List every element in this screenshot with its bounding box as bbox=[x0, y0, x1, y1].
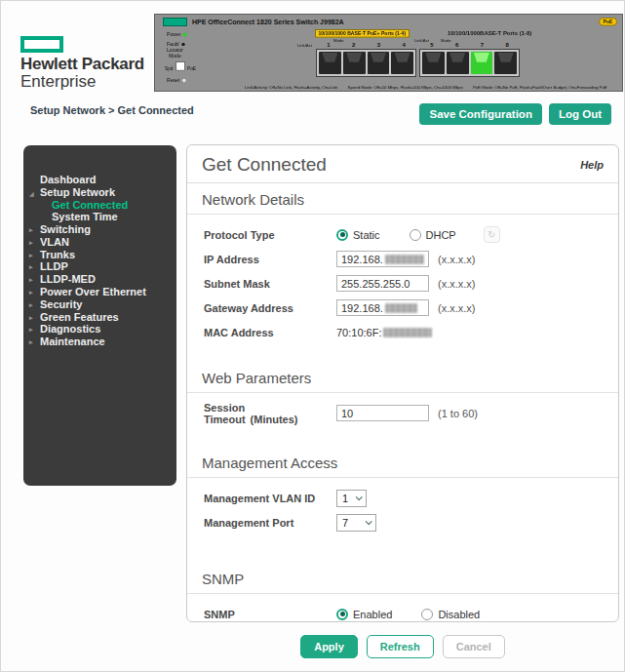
radio-unselected-icon[interactable] bbox=[421, 609, 433, 620]
section-heading: Web Parameters bbox=[187, 362, 618, 393]
dhcp-renew-button[interactable]: ↻ bbox=[484, 226, 500, 243]
section-network-details: Network Details Protocol Type Static DHC… bbox=[187, 183, 618, 340]
radio-static[interactable]: Static bbox=[336, 229, 380, 241]
reset-led-icon bbox=[182, 79, 185, 82]
sidebar-item-diagnostics[interactable]: ▸Diagnostics bbox=[23, 323, 176, 336]
management-vlan-label: Management VLAN ID bbox=[204, 493, 336, 504]
cancel-button[interactable]: Cancel bbox=[443, 635, 505, 658]
radio-dhcp-label: DHCP bbox=[426, 229, 456, 241]
section-heading: SNMP bbox=[187, 563, 618, 594]
legend-poe-mode: PoE Mode: Off=No PoE, Flash=Fault/Over B… bbox=[473, 86, 607, 90]
port-number: 1 bbox=[316, 42, 341, 48]
help-link[interactable]: Help bbox=[580, 159, 604, 171]
nav-sidebar: Dashboard ◢Setup Network Get Connected S… bbox=[23, 145, 176, 486]
chevron-down-icon bbox=[356, 494, 363, 500]
port-number: 3 bbox=[367, 42, 392, 48]
section-web-parameters: Web Parameters Session Timeout(Minutes) … bbox=[187, 362, 618, 421]
mac-address-row: MAC Address 70:10:6F: bbox=[204, 324, 604, 340]
base-ports-label: 10/100/1000BASE-T Ports (1-8) bbox=[448, 30, 531, 36]
sidebar-item-label: Diagnostics bbox=[40, 323, 100, 335]
subnet-mask-input[interactable]: 255.255.255.0 bbox=[336, 275, 429, 292]
sidebar-item-power-over-ethernet[interactable]: ▸Power Over Ethernet bbox=[23, 286, 176, 298]
switch-model-title: HPE OfficeConnect 1820 Series Switch J99… bbox=[192, 19, 344, 25]
sidebar-item-switching[interactable]: ▸Switching bbox=[23, 223, 176, 236]
sidebar-item-label: Power Over Ethernet bbox=[40, 286, 146, 297]
radio-selected-icon[interactable] bbox=[336, 609, 348, 620]
spd-label: Spd bbox=[165, 66, 174, 71]
ip-format-hint: (x.x.x.x) bbox=[438, 254, 476, 265]
gateway-address-input[interactable]: 192.168. bbox=[336, 299, 429, 316]
sidebar-item-label: Green Features bbox=[40, 311, 119, 323]
session-timeout-row: Session Timeout(Minutes) 10 (1 to 60) bbox=[204, 405, 604, 421]
apply-button[interactable]: Apply bbox=[300, 635, 358, 658]
gateway-format-hint: (x.x.x.x) bbox=[438, 302, 476, 314]
session-timeout-text: Session Timeout bbox=[204, 402, 246, 425]
mode-button-row: Spd PoE bbox=[165, 61, 196, 71]
snmp-toggle-row: SNMP Enabled Disabled bbox=[204, 606, 604, 622]
collapsed-arrow-icon: ▸ bbox=[29, 312, 33, 325]
section-heading: Management Access bbox=[187, 447, 618, 478]
redacted-value bbox=[385, 303, 417, 313]
rj45-port-1 bbox=[319, 52, 341, 74]
hpe-logo: Hewlett Packard Enterprise bbox=[20, 36, 144, 90]
management-port-select[interactable]: 7 bbox=[336, 514, 376, 532]
logout-button[interactable]: Log Out bbox=[549, 103, 611, 125]
radio-dhcp[interactable]: DHCP bbox=[410, 229, 456, 241]
form-action-buttons: Apply Refresh Cancel bbox=[186, 635, 619, 658]
refresh-button[interactable]: Refresh bbox=[367, 635, 434, 658]
reset-row: Reset bbox=[167, 78, 185, 83]
sidebar-item-system-time[interactable]: System Time bbox=[23, 211, 176, 223]
rj45-port-5 bbox=[422, 52, 445, 74]
sidebar-item-dashboard[interactable]: Dashboard bbox=[23, 174, 176, 186]
radio-selected-icon[interactable] bbox=[336, 229, 348, 241]
sidebar-item-label: Trunks bbox=[40, 249, 75, 260]
sidebar-item-lldp[interactable]: ▸LLDP bbox=[23, 260, 176, 273]
management-vlan-value: 1 bbox=[342, 493, 348, 504]
gateway-address-label: Gateway Address bbox=[204, 302, 336, 314]
sidebar-item-trunks[interactable]: ▸Trunks bbox=[23, 249, 176, 261]
port-numbers-right: 5 6 7 8 bbox=[419, 42, 520, 48]
section-snmp: SNMP SNMP Enabled Disabled Community Nam… bbox=[187, 563, 618, 622]
power-led-row: Power bbox=[167, 32, 186, 37]
sidebar-item-label: Dashboard bbox=[40, 174, 96, 185]
mac-address-value: 70:10:6F: bbox=[336, 327, 432, 338]
get-connected-panel: Get Connected Help Network Details Proto… bbox=[186, 144, 619, 622]
app-window: Hewlett Packard Enterprise HPE OfficeCon… bbox=[0, 0, 625, 672]
management-port-value: 7 bbox=[342, 517, 348, 529]
collapsed-arrow-icon: ▸ bbox=[29, 250, 33, 262]
port-number: 5 bbox=[419, 42, 445, 48]
port-numbers-left: 1 2 3 4 bbox=[316, 42, 416, 48]
sidebar-item-green-features[interactable]: ▸Green Features bbox=[23, 311, 176, 324]
session-timeout-input[interactable]: 10 bbox=[336, 405, 429, 421]
sidebar-item-get-connected[interactable]: Get Connected bbox=[23, 199, 176, 212]
rj45-port-4 bbox=[391, 52, 413, 74]
radio-static-label: Static bbox=[353, 229, 380, 241]
locator-label: Locator bbox=[167, 48, 183, 53]
mode-button-icon bbox=[176, 61, 185, 71]
mode-label: Mode bbox=[169, 54, 181, 59]
radio-snmp-disabled[interactable]: Disabled bbox=[421, 609, 480, 620]
ip-address-row: IP Address 192.168. (x.x.x.x) bbox=[204, 251, 604, 267]
sidebar-item-setup-network[interactable]: ◢Setup Network bbox=[23, 186, 176, 199]
sidebar-item-security[interactable]: ▸Security bbox=[23, 298, 176, 311]
ip-address-input[interactable]: 192.168. bbox=[336, 251, 429, 267]
sidebar-item-lldp-med[interactable]: ▸LLDP-MED bbox=[23, 273, 176, 286]
management-vlan-row: Management VLAN ID 1 bbox=[204, 490, 604, 506]
radio-disabled-label: Disabled bbox=[438, 609, 480, 620]
management-vlan-select[interactable]: 1 bbox=[336, 490, 367, 507]
fault-label: Fault/ bbox=[167, 42, 179, 47]
locator-row: Locator bbox=[167, 48, 183, 53]
mac-address-label: MAC Address bbox=[204, 327, 336, 338]
radio-unselected-icon[interactable] bbox=[410, 229, 421, 241]
port-number: 2 bbox=[341, 42, 367, 48]
sidebar-item-vlan[interactable]: ▸VLAN bbox=[23, 236, 176, 249]
collapsed-arrow-icon: ▸ bbox=[29, 299, 33, 312]
snmp-label: SNMP bbox=[204, 609, 336, 620]
radio-enabled-label: Enabled bbox=[353, 609, 392, 620]
gateway-address-row: Gateway Address 192.168. (x.x.x.x) bbox=[204, 299, 604, 316]
radio-snmp-enabled[interactable]: Enabled bbox=[336, 609, 392, 620]
save-configuration-button[interactable]: Save Configuration bbox=[419, 103, 541, 125]
sidebar-item-maintenance[interactable]: ▸Maintenance bbox=[23, 336, 176, 348]
redacted-value bbox=[385, 255, 424, 264]
subnet-mask-label: Subnet Mask bbox=[204, 278, 336, 290]
